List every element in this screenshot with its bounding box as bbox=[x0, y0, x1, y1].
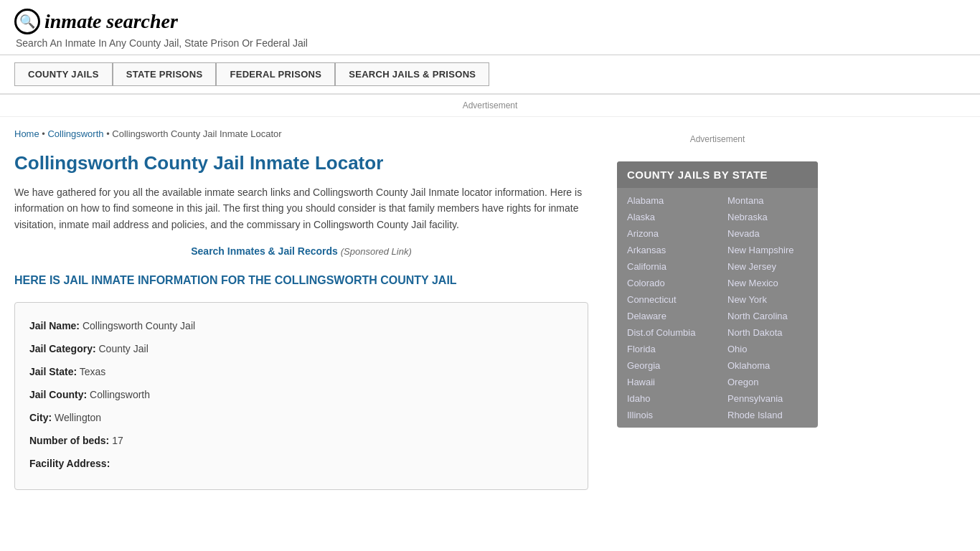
state-link[interactable]: Alaska bbox=[617, 209, 717, 225]
jail-city-label: City: bbox=[29, 412, 52, 423]
jail-city-value: Wellington bbox=[55, 412, 101, 423]
sidebar: Advertisement COUNTY JAILS BY STATE Alab… bbox=[603, 117, 818, 504]
jail-beds-row: Number of beds: 17 bbox=[29, 430, 573, 451]
state-link[interactable]: Nevada bbox=[717, 225, 818, 242]
nav-county-jails[interactable]: COUNTY JAILS bbox=[14, 62, 113, 86]
state-link[interactable]: California bbox=[617, 258, 717, 275]
state-link[interactable]: Colorado bbox=[617, 275, 717, 291]
jail-county-value: Collingsworth bbox=[90, 389, 150, 400]
jail-state-label: Jail State: bbox=[29, 366, 77, 377]
state-link[interactable]: New Mexico bbox=[717, 275, 818, 291]
breadcrumb-home[interactable]: Home bbox=[14, 128, 39, 139]
state-link[interactable]: Alabama bbox=[617, 192, 717, 209]
ad-banner: Advertisement bbox=[0, 95, 980, 117]
state-link[interactable]: Pennsylvania bbox=[717, 390, 818, 407]
state-link[interactable]: Georgia bbox=[617, 357, 717, 374]
state-link[interactable]: Idaho bbox=[617, 390, 717, 407]
jail-state-value: Texas bbox=[80, 366, 106, 377]
state-link[interactable]: Delaware bbox=[617, 308, 717, 324]
description: We have gathered for you all the availab… bbox=[14, 184, 588, 232]
state-link[interactable]: Montana bbox=[717, 192, 818, 209]
state-link[interactable]: Arkansas bbox=[617, 242, 717, 258]
page-title: Collingsworth County Jail Inmate Locator bbox=[14, 152, 588, 174]
state-link[interactable]: Connecticut bbox=[617, 291, 717, 308]
jail-state-row: Jail State: Texas bbox=[29, 362, 573, 382]
state-link[interactable]: Rhode Island bbox=[717, 407, 818, 423]
state-link[interactable]: New York bbox=[717, 291, 818, 308]
sponsored-link-container: Search Inmates & Jail Records (Sponsored… bbox=[14, 245, 588, 257]
state-link[interactable]: Oregon bbox=[717, 374, 818, 390]
sponsored-link[interactable]: Search Inmates & Jail Records bbox=[191, 245, 338, 257]
content-area: Home • Collingsworth • Collingsworth Cou… bbox=[14, 117, 603, 504]
jail-beds-label: Number of beds: bbox=[29, 435, 109, 446]
state-col2: MontanaNebraskaNevadaNew HampshireNew Je… bbox=[717, 192, 818, 423]
state-link[interactable]: Hawaii bbox=[617, 374, 717, 390]
jail-address-row: Facility Address: bbox=[29, 453, 573, 474]
jail-info-box: Jail Name: Collingsworth County Jail Jai… bbox=[14, 302, 588, 490]
section-heading: HERE IS JAIL INMATE INFORMATION FOR THE … bbox=[14, 273, 588, 288]
state-link[interactable]: New Jersey bbox=[717, 258, 818, 275]
jail-city-row: City: Wellington bbox=[29, 408, 573, 428]
sidebar-ad-label: Advertisement bbox=[690, 134, 745, 144]
jail-county-label: Jail County: bbox=[29, 389, 87, 400]
state-link[interactable]: Illinois bbox=[617, 407, 717, 423]
sidebar-ad: Advertisement bbox=[617, 128, 818, 150]
sponsored-text: (Sponsored Link) bbox=[341, 246, 412, 257]
state-link[interactable]: Oklahoma bbox=[717, 357, 818, 374]
jail-county-row: Jail County: Collingsworth bbox=[29, 385, 573, 405]
jail-address-label: Facility Address: bbox=[29, 458, 110, 469]
breadcrumb-collingsworth[interactable]: Collingsworth bbox=[47, 128, 103, 139]
nav-federal-prisons[interactable]: FEDERAL PRISONS bbox=[216, 62, 335, 86]
state-col1: AlabamaAlaskaArizonaArkansasCaliforniaCo… bbox=[617, 192, 717, 423]
jail-name-label: Jail Name: bbox=[29, 320, 80, 331]
state-link[interactable]: Ohio bbox=[717, 341, 818, 357]
nav-inner: COUNTY JAILS STATE PRISONS FEDERAL PRISO… bbox=[14, 62, 966, 86]
state-link[interactable]: Dist.of Columbia bbox=[617, 324, 717, 341]
logo-magnifier: 🔍 bbox=[19, 14, 35, 29]
state-link[interactable]: North Carolina bbox=[717, 308, 818, 324]
state-link[interactable]: North Dakota bbox=[717, 324, 818, 341]
state-box-title: COUNTY JAILS BY STATE bbox=[617, 161, 818, 188]
logo-text: inmate searcher bbox=[44, 10, 178, 33]
nav-state-prisons[interactable]: STATE PRISONS bbox=[113, 62, 217, 86]
state-box: COUNTY JAILS BY STATE AlabamaAlaskaArizo… bbox=[617, 161, 818, 428]
jail-beds-value: 17 bbox=[112, 435, 123, 446]
breadcrumb-current: Collingsworth County Jail Inmate Locator bbox=[112, 128, 281, 139]
breadcrumb: Home • Collingsworth • Collingsworth Cou… bbox=[14, 128, 588, 139]
jail-category-row: Jail Category: County Jail bbox=[29, 339, 573, 359]
logo-area: 🔍 inmate searcher bbox=[14, 9, 966, 34]
nav-bar: COUNTY JAILS STATE PRISONS FEDERAL PRISO… bbox=[0, 55, 980, 95]
state-grid: AlabamaAlaskaArizonaArkansasCaliforniaCo… bbox=[617, 188, 818, 428]
jail-name-row: Jail Name: Collingsworth County Jail bbox=[29, 316, 573, 336]
jail-category-value: County Jail bbox=[98, 343, 148, 354]
jail-name-value: Collingsworth County Jail bbox=[83, 320, 195, 331]
state-link[interactable]: Nebraska bbox=[717, 209, 818, 225]
ad-label: Advertisement bbox=[463, 100, 518, 110]
state-link[interactable]: Florida bbox=[617, 341, 717, 357]
logo-icon: 🔍 bbox=[14, 9, 40, 34]
header: 🔍 inmate searcher Search An Inmate In An… bbox=[0, 0, 980, 55]
state-link[interactable]: Arizona bbox=[617, 225, 717, 242]
state-link[interactable]: New Hampshire bbox=[717, 242, 818, 258]
main-layout: Home • Collingsworth • Collingsworth Cou… bbox=[0, 117, 980, 504]
nav-search-jails[interactable]: SEARCH JAILS & PRISONS bbox=[335, 62, 489, 86]
jail-category-label: Jail Category: bbox=[29, 343, 96, 354]
tagline: Search An Inmate In Any County Jail, Sta… bbox=[16, 37, 966, 49]
